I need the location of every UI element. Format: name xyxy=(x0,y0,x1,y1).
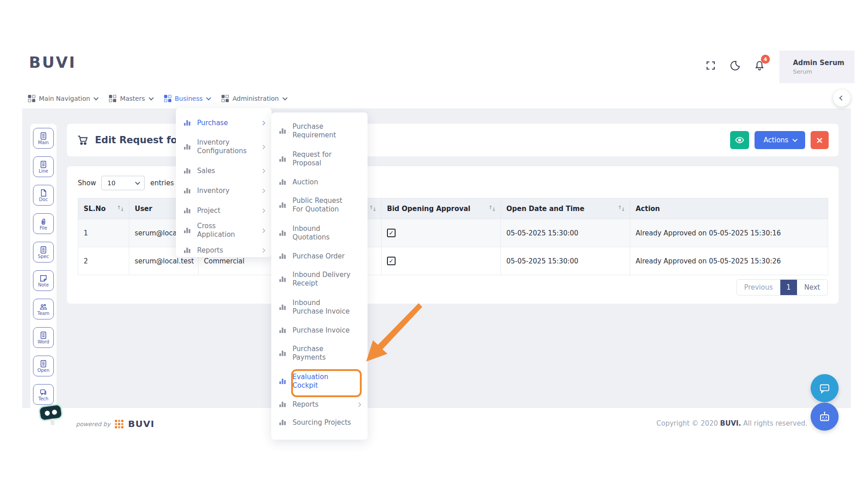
sidebar-item-line[interactable]: Line xyxy=(33,156,54,177)
grid-icon xyxy=(28,95,35,102)
sidebar-item-doc[interactable]: Doc xyxy=(33,185,54,206)
robot-icon xyxy=(817,409,832,424)
copyright: Copyright © 2020 BUVI. All rights reserv… xyxy=(656,419,807,427)
col-slno[interactable]: SL.No↑↓ xyxy=(78,198,129,219)
show-label: Show xyxy=(78,179,96,187)
cell-slno: 2 xyxy=(78,247,129,275)
submenu-item-evaluation-cockpit[interactable]: Evaluation Cockpit xyxy=(271,369,368,394)
chevron-right-icon xyxy=(261,248,265,253)
page-size-select[interactable]: 10 xyxy=(101,176,145,190)
eye-icon xyxy=(735,135,745,145)
menu-item-reports[interactable]: Reports xyxy=(176,242,272,259)
pagination: Previous 1 Next xyxy=(736,279,828,296)
main-nav: Main Navigation Masters Business Adminis… xyxy=(28,89,286,108)
powered-by: powered by BUVI xyxy=(76,418,155,429)
document-icon xyxy=(39,160,47,169)
bar-chart-icon xyxy=(278,155,287,163)
submenu-item-inbound-delivery-receipt[interactable]: Inbound Delivery Receipt xyxy=(271,267,368,291)
sidebar-item-spec[interactable]: Spec xyxy=(33,242,54,263)
fullscreen-icon[interactable] xyxy=(704,59,717,72)
pagination-current-page[interactable]: 1 xyxy=(780,280,797,295)
approval-checkbox[interactable]: ✓ xyxy=(387,229,396,237)
chevron-down-icon xyxy=(148,95,153,100)
menu-item-cross-application[interactable]: Cross Application xyxy=(176,222,272,239)
approval-checkbox[interactable]: ✓ xyxy=(387,257,396,265)
menu-item-project[interactable]: Project xyxy=(176,202,272,219)
user-profile[interactable]: Admin Serum Serum xyxy=(779,51,854,83)
bar-chart-icon xyxy=(278,252,287,260)
document-icon xyxy=(39,331,47,339)
cell-action: Already Approved on 05-05-2025 15:30:16 xyxy=(630,219,828,247)
menu-item-inventory[interactable]: Inventory xyxy=(176,182,272,199)
chevron-down-icon xyxy=(793,137,797,142)
cell-action: Already Approved on 05-05-2025 15:30:26 xyxy=(630,247,828,275)
chevron-down-icon xyxy=(206,95,211,100)
view-button[interactable] xyxy=(730,131,749,149)
sort-icon[interactable]: ↑↓ xyxy=(489,206,495,211)
chat-icon xyxy=(39,388,47,396)
submenu-item-request-for-proposal[interactable]: Request for Proposal xyxy=(271,147,368,171)
col-open-date[interactable]: Open Date and Time↑↓ xyxy=(501,198,630,219)
menu-item-inventory-configurations[interactable]: Inventory Configurations xyxy=(176,134,272,160)
sidebar-item-file[interactable]: File xyxy=(33,213,54,234)
sidebar-collapse-button[interactable] xyxy=(833,89,850,107)
buvi-dots-logo-icon xyxy=(115,420,123,428)
bar-chart-icon xyxy=(278,201,287,209)
submenu-item-purchase-requirement[interactable]: Purchase Requirement xyxy=(271,119,368,143)
chevron-right-icon xyxy=(357,402,361,407)
grid-icon xyxy=(222,95,229,102)
submenu-item-purchase-invoice[interactable]: Purchase Invoice xyxy=(271,323,368,338)
nav-item-main-navigation[interactable]: Main Navigation xyxy=(28,95,97,102)
actions-button[interactable]: Actions xyxy=(755,131,805,149)
assistant-bot-fab-button[interactable] xyxy=(811,403,839,431)
sort-icon[interactable]: ↑↓ xyxy=(618,206,624,211)
sort-icon[interactable]: ↑↓ xyxy=(369,206,376,211)
chat-fab-button[interactable] xyxy=(811,374,839,402)
col-action[interactable]: Action xyxy=(630,198,828,219)
submenu-item-purchase-order[interactable]: Purchase Order xyxy=(271,249,368,263)
chat-bubble-icon xyxy=(818,381,831,395)
cart-icon xyxy=(77,134,89,146)
pagination-previous[interactable]: Previous xyxy=(737,280,780,295)
menu-item-purchase[interactable]: Purchase xyxy=(176,114,272,131)
document-icon xyxy=(39,246,47,254)
chevron-right-icon xyxy=(261,188,265,193)
menu-item-sales[interactable]: Sales xyxy=(176,162,272,179)
cell-bid-opening-approval: ✓ xyxy=(382,247,501,275)
close-button[interactable]: × xyxy=(811,131,829,149)
notification-count-badge: 4 xyxy=(761,55,770,64)
nav-item-business[interactable]: Business xyxy=(164,95,210,102)
sidebar-item-note[interactable]: Note xyxy=(33,270,54,291)
sidebar-item-team[interactable]: Team xyxy=(33,299,54,319)
submenu-item-inbound-purchase-invoice[interactable]: Inbound Purchase Invoice xyxy=(271,295,368,319)
sidebar-item-main[interactable]: Main xyxy=(33,128,54,149)
pagination-next[interactable]: Next xyxy=(797,280,827,295)
sidebar-item-open[interactable]: Open xyxy=(33,356,54,376)
submenu-item-auction[interactable]: Auction xyxy=(271,175,368,189)
bar-chart-icon xyxy=(278,178,287,186)
bar-chart-icon xyxy=(183,167,191,175)
submenu-item-inbound-quotations[interactable]: Inbound Quotations xyxy=(271,221,368,245)
sort-icon[interactable]: ↑↓ xyxy=(117,206,123,211)
sidebar-item-tech[interactable]: Tech xyxy=(33,384,54,405)
chevron-right-icon xyxy=(261,145,265,149)
submenu-item-reports[interactable]: Reports xyxy=(271,397,368,412)
notification-bell-icon[interactable]: 4 xyxy=(753,59,766,72)
submenu-item-purchase-payments[interactable]: Purchase Payments xyxy=(271,341,368,366)
cell-bid-opening-approval: ✓ xyxy=(382,219,501,247)
nav-item-administration[interactable]: Administration xyxy=(222,95,286,102)
cell-open-date: 05-05-2025 15:30:00 xyxy=(501,247,630,275)
bar-chart-icon xyxy=(278,418,287,427)
col-bid-opening-approval[interactable]: Bid Opening Approval↑↓ xyxy=(382,198,501,219)
submenu-item-public-request-for-quotation[interactable]: Public Request For Quotation xyxy=(271,193,368,217)
bar-chart-icon xyxy=(278,275,287,283)
bar-chart-icon xyxy=(278,400,287,408)
dark-mode-moon-icon[interactable] xyxy=(728,59,742,72)
entries-label: entries xyxy=(150,179,174,187)
brand-logo[interactable]: BUVI xyxy=(29,53,76,71)
grid-icon xyxy=(164,95,171,102)
mini-robot-icon xyxy=(38,404,63,422)
nav-item-masters[interactable]: Masters xyxy=(109,95,152,102)
sidebar-item-word[interactable]: Word xyxy=(33,327,54,348)
submenu-item-sourcing-projects[interactable]: Sourcing Projects xyxy=(271,415,368,430)
